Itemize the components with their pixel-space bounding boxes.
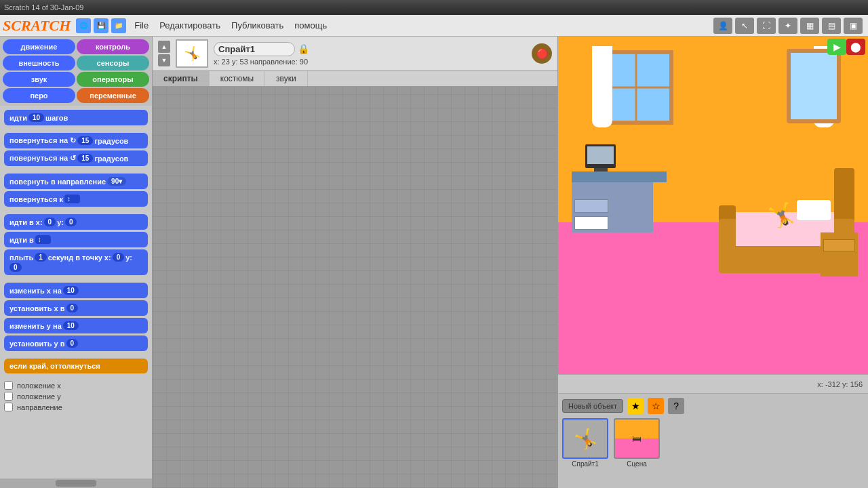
check-direction-input[interactable]	[4, 403, 13, 411]
tab-scripts[interactable]: скрипты	[153, 71, 210, 86]
blocks-area: идти 10 шагов повернуться на ↻ 15 градус…	[0, 106, 152, 479]
cursor-icon[interactable]: ↖	[735, 18, 754, 34]
desk-drawer2	[574, 216, 608, 230]
tab-sounds[interactable]: звуки	[265, 71, 308, 86]
block-go-to[interactable]: идти в ↕	[4, 232, 148, 247]
new-object-button[interactable]: Новый объект	[562, 399, 623, 413]
sprite-thumbnails: 🤸 Спрайт1 🛏 Сцена	[562, 418, 864, 468]
cat-sound[interactable]: звук	[3, 72, 75, 87]
cursor-ball[interactable]: 🔴	[532, 43, 552, 64]
scene-thumb[interactable]: 🛏	[614, 418, 660, 459]
sprite-info: 🔒 x: 23 y: 53 направление: 90	[214, 42, 309, 66]
stage-top-controls: ▶ ⬤	[558, 37, 868, 57]
check-x-position[interactable]: положение x	[4, 381, 148, 390]
settings-icon[interactable]: ✦	[778, 18, 797, 34]
cat-sensors[interactable]: сенсоры	[77, 56, 149, 70]
desk	[572, 171, 667, 232]
block-bounce[interactable]: если край, оттолкнуться	[4, 359, 148, 373]
block-point-towards[interactable]: повернуться к ↕	[4, 191, 148, 207]
sprite-coords: x: 23 y: 53 направление: 90	[214, 58, 309, 66]
view2-icon[interactable]: ▤	[822, 18, 841, 34]
titlebar: Scratch 14 of 30-Jan-09	[0, 0, 868, 15]
file-menu[interactable]: File	[129, 18, 154, 33]
block-change-x[interactable]: изменить x на 10	[4, 283, 148, 298]
block-go-xy[interactable]: идти в x: 0 y: 0	[4, 214, 148, 230]
block-change-y[interactable]: изменить y на 10	[4, 318, 148, 333]
nightstand-drawer	[823, 239, 855, 251]
stage-controls: x: -312 y: 156	[558, 374, 868, 393]
sprite-label-1: Спрайт1	[572, 460, 599, 468]
bedroom-scene: 🤸	[558, 37, 868, 374]
block-set-y[interactable]: установить y в 0	[4, 336, 148, 351]
bed-pillow	[797, 200, 831, 220]
tab-costumes[interactable]: костюмы	[210, 71, 265, 86]
sprite-item-scene[interactable]: 🛏 Сцена	[614, 418, 660, 468]
titlebar-text: Scratch 14 of 30-Jan-09	[4, 3, 83, 12]
desk-body	[572, 182, 653, 232]
cat-operators[interactable]: операторы	[77, 72, 149, 87]
sprite-nav-up[interactable]: ▲	[158, 41, 170, 53]
cat-control[interactable]: контроль	[77, 39, 149, 54]
stage-area: 🤸 ▶ ⬤	[558, 37, 868, 374]
cat-variables[interactable]: переменные	[77, 88, 149, 103]
scene-label: Сцена	[627, 460, 646, 468]
help-menu[interactable]: помощь	[289, 18, 332, 33]
nightstand	[821, 232, 858, 277]
save-icon[interactable]: 💾	[94, 18, 108, 33]
star2-icon[interactable]: ☆	[648, 398, 664, 414]
cat-movement[interactable]: движение	[3, 39, 75, 54]
sprite-thumbnail: 🤸	[176, 39, 208, 68]
block-set-x[interactable]: установить x в 0	[4, 300, 148, 316]
check-x-input[interactable]	[4, 381, 13, 390]
nightstand-body	[821, 232, 858, 277]
stop-button[interactable]: ⬤	[846, 39, 865, 55]
play-button[interactable]: ▶	[827, 39, 846, 55]
monitor-screen	[587, 146, 614, 164]
main-content: движение контроль внешность сенсоры звук…	[0, 37, 868, 488]
monitor	[585, 144, 616, 168]
right-panel: 🤸 ▶ ⬤ x: -312 y: 156 Новый объект ★ ☆ ?	[557, 37, 868, 488]
category-grid: движение контроль внешность сенсоры звук…	[0, 37, 152, 106]
globe-icon[interactable]: 🌐	[76, 18, 91, 33]
fullscreen-icon[interactable]: ⛶	[757, 18, 776, 34]
question-icon[interactable]: ?	[668, 398, 684, 414]
check-y-position[interactable]: положение y	[4, 392, 148, 401]
lock-icon: 🔒	[298, 43, 309, 54]
sprite-thumb-1[interactable]: 🤸	[562, 418, 608, 459]
left-panel: движение контроль внешность сенсоры звук…	[0, 37, 153, 488]
left-scrollbar[interactable]	[0, 479, 152, 488]
mirror	[787, 49, 841, 123]
stage-coordinates: x: -312 y: 156	[817, 380, 863, 388]
sprite-list-header: Новый объект ★ ☆ ?	[562, 398, 864, 414]
block-move[interactable]: идти 10 шагов	[4, 110, 148, 125]
view3-icon[interactable]: ▣	[844, 18, 863, 34]
sprite-header: ▲ ▼ 🤸 🔒 x: 23 y: 53 направление: 90 🔴	[153, 37, 557, 71]
sprite-name-input[interactable]	[214, 42, 295, 56]
check-y-input[interactable]	[4, 392, 13, 401]
publish-menu[interactable]: Публиковать	[226, 18, 289, 33]
script-tabs: скрипты костюмы звуки	[153, 71, 557, 87]
menubar: SCRATCH 🌐 💾 📁 File Редактировать Публико…	[0, 15, 868, 37]
desk-top	[572, 171, 667, 182]
sprite-list: Новый объект ★ ☆ ? 🤸 Спрайт1 🛏 Сцена	[558, 393, 868, 488]
cat-appearance[interactable]: внешность	[3, 56, 75, 70]
view1-icon[interactable]: ▦	[800, 18, 819, 34]
character-sprite[interactable]: 🤸	[764, 198, 800, 231]
scratch-logo: SCRATCH	[3, 17, 71, 35]
sprite-item-1[interactable]: 🤸 Спрайт1	[562, 418, 608, 468]
block-turn-left[interactable]: повернуться на ↺ 15 градусов	[4, 150, 148, 166]
scripts-canvas[interactable]	[153, 87, 557, 488]
sprite-nav-down[interactable]: ▼	[158, 54, 170, 66]
cat-pen[interactable]: перо	[3, 88, 75, 103]
folder-icon[interactable]: 📁	[111, 18, 126, 33]
edit-menu[interactable]: Редактировать	[154, 18, 226, 33]
block-point-direction[interactable]: повернуть в направление 90▾	[4, 174, 148, 189]
block-glide[interactable]: плыть 1 секунд в точку x: 0 y: 0	[4, 249, 148, 275]
desk-drawer1	[574, 199, 608, 213]
curtain-left	[592, 46, 612, 127]
middle-panel: ▲ ▼ 🤸 🔒 x: 23 y: 53 направление: 90 🔴 ск…	[153, 37, 557, 488]
check-direction[interactable]: направление	[4, 403, 148, 411]
user-icon[interactable]: 👤	[713, 18, 732, 34]
star-icon[interactable]: ★	[627, 398, 644, 414]
block-turn-right[interactable]: повернуться на ↻ 15 градусов	[4, 133, 148, 148]
